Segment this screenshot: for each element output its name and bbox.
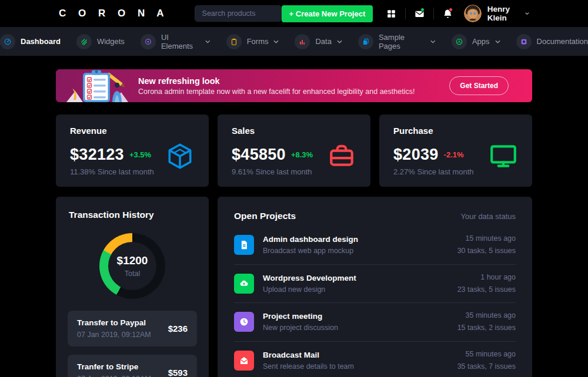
transaction-amount: $236 xyxy=(168,324,188,334)
transaction-date: 07 Jan 2019, 09:12AM xyxy=(77,331,151,339)
project-item: Project meeting New project discussion 3… xyxy=(234,302,516,341)
checklist-illustration xyxy=(66,69,137,102)
mail-open-icon xyxy=(234,351,254,371)
project-desc: Broadcast web app mockup xyxy=(263,247,358,255)
nav-item-data[interactable]: Data xyxy=(295,34,342,49)
donut-chart-wrap: $1200 Total xyxy=(99,233,165,299)
divider xyxy=(405,8,406,19)
stat-delta: +8.3% xyxy=(291,150,313,159)
donut-center: $1200 Total xyxy=(108,242,156,290)
project-time: 35 minutes ago xyxy=(457,309,516,322)
divider xyxy=(433,8,434,19)
sales-card: Sales $45850 +8.3% 9.61% Since last mont… xyxy=(218,115,370,187)
promo-banner: New refreshing look Corona admin templat… xyxy=(56,69,532,102)
project-item: Broadcast Mail Sent release details to t… xyxy=(234,341,516,377)
nav-item-documentation[interactable]: Documentation xyxy=(516,34,588,49)
project-title: Project meeting xyxy=(263,312,338,321)
main-nav: Dashboard Widgets UI Elements Forms Data… xyxy=(0,27,588,56)
user-menu[interactable]: Henry Klein xyxy=(487,5,529,22)
clock-icon xyxy=(234,312,254,332)
project-meta: 23 tasks, 5 issues xyxy=(457,284,516,296)
bottom-row: Transaction History $1200 Total Transfer… xyxy=(56,197,532,377)
transaction-amount: $593 xyxy=(168,368,188,377)
bar-chart-icon xyxy=(295,34,310,49)
project-time: 55 minutes ago xyxy=(457,348,516,361)
file-icon xyxy=(234,235,254,255)
bell-badge xyxy=(449,8,453,12)
transaction-history-card: Transaction History $1200 Total Transfer… xyxy=(56,197,209,377)
topbar: C O R O N A + Create New Project Henry K… xyxy=(0,0,588,27)
stat-title: Revenue xyxy=(70,126,165,136)
project-item: Admin dashboard design Broadcast web app… xyxy=(234,226,516,264)
stat-value: $32123 xyxy=(70,146,124,164)
nav-item-dashboard[interactable]: Dashboard xyxy=(0,34,61,49)
stats-row: Revenue $32123 +3.5% 11.38% Since last m… xyxy=(56,115,532,187)
data-status-label: Your data status xyxy=(461,212,516,221)
apps-grid-icon[interactable] xyxy=(386,7,397,20)
card-title: Open Projects xyxy=(234,211,296,221)
revenue-card: Revenue $32123 +3.5% 11.38% Since last m… xyxy=(56,115,209,187)
chevron-down-icon xyxy=(525,12,529,15)
brand-logo: C O R O N A xyxy=(59,8,169,19)
stat-title: Purchase xyxy=(393,126,489,136)
card-title: Transaction History xyxy=(66,210,198,220)
transaction-name: Tranfer to Stripe xyxy=(77,362,151,371)
project-title: Wordpress Development xyxy=(263,274,356,282)
stat-title: Sales xyxy=(232,126,327,136)
chevron-down-icon xyxy=(337,40,342,43)
transaction-row: Transfer to Paypal 07 Jan 2019, 09:12AM … xyxy=(68,311,197,346)
nav-item-apps[interactable]: Apps xyxy=(452,34,500,49)
stat-note: 2.27% Since last month xyxy=(393,167,489,176)
banner-text: New refreshing look Corona admin templat… xyxy=(138,76,415,96)
chevron-down-icon xyxy=(495,40,500,43)
banner-subtitle: Corona admin template now with a new fac… xyxy=(138,87,415,96)
pages-icon xyxy=(358,34,373,49)
nav-item-ui-elements[interactable]: UI Elements xyxy=(141,33,211,51)
nav-item-widgets[interactable]: Widgets xyxy=(76,34,125,49)
stat-value: $2039 xyxy=(393,146,439,164)
stat-value: $45850 xyxy=(232,146,286,164)
document-icon xyxy=(516,34,532,49)
project-desc: Upload new design xyxy=(263,285,356,294)
cloud-upload-icon xyxy=(234,274,254,294)
purchase-card: Purchase $2039 -2.1% 2.27% Since last mo… xyxy=(379,115,532,187)
nav-item-forms[interactable]: Forms xyxy=(226,34,279,49)
main-content: New refreshing look Corona admin templat… xyxy=(56,69,532,377)
apps-icon xyxy=(452,34,467,49)
user-name: Henry Klein xyxy=(487,5,521,22)
project-title: Admin dashboard design xyxy=(263,235,358,244)
chevron-down-icon xyxy=(430,40,435,43)
chevron-down-icon xyxy=(273,40,279,43)
chevron-down-icon xyxy=(205,40,210,43)
mail-icon[interactable] xyxy=(414,7,425,20)
stat-note: 11.38% Since last month xyxy=(70,167,165,176)
create-new-project-button[interactable]: + Create New Project xyxy=(282,5,373,22)
get-started-button[interactable]: Get Started xyxy=(449,76,509,95)
topbar-actions: + Create New Project Henry Klein xyxy=(282,5,529,22)
target-icon xyxy=(141,34,156,49)
transaction-name: Transfer to Paypal xyxy=(77,318,151,327)
stat-delta: +3.5% xyxy=(129,150,151,159)
mail-badge xyxy=(420,8,425,12)
clipboard-icon xyxy=(226,34,242,49)
nav-item-sample-pages[interactable]: Sample Pages xyxy=(358,33,436,51)
donut-total-label: Total xyxy=(125,270,140,278)
search-input[interactable] xyxy=(195,5,282,22)
project-time: 15 minutes ago xyxy=(457,233,516,245)
project-meta: 35 tasks, 7 issues xyxy=(457,361,516,373)
project-desc: Sent release details to team xyxy=(263,362,354,371)
transaction-row: Tranfer to Stripe 07 Jan 2019, 09:12AM $… xyxy=(68,355,197,377)
project-meta: 15 tasks, 2 issues xyxy=(457,322,516,334)
avatar[interactable] xyxy=(464,5,482,22)
search-box xyxy=(195,5,282,22)
open-projects-card: Open Projects Your data status Admin das… xyxy=(218,197,532,377)
project-item: Wordpress Development Upload new design … xyxy=(234,264,516,303)
project-time: 1 hour ago xyxy=(457,271,516,284)
banner-title: New refreshing look xyxy=(138,76,415,86)
project-title: Broadcast Mail xyxy=(263,351,354,359)
stat-note: 9.61% Since last month xyxy=(232,167,327,176)
bell-icon[interactable] xyxy=(442,7,453,20)
project-desc: New project discussion xyxy=(263,324,338,332)
stat-delta: -2.1% xyxy=(444,150,464,159)
project-meta: 30 tasks, 5 issues xyxy=(457,245,516,257)
